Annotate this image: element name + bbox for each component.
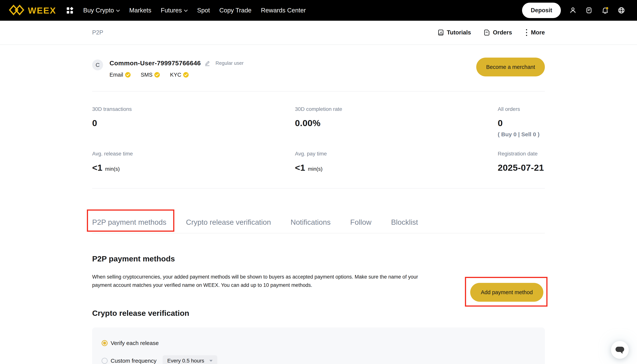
radio-unselected[interactable] (102, 358, 108, 364)
nav-label: Spot (197, 7, 210, 14)
username: Common-User-799975766646 (109, 60, 201, 67)
frequency-value: Every 0.5 hours (167, 358, 204, 364)
weex-logo[interactable]: WEEX (8, 4, 56, 16)
verification-badges: Email SMS KYC (109, 72, 244, 78)
verification-label: Email (109, 72, 123, 78)
verification-label: SMS (141, 72, 153, 78)
stat-label: Avg. release time (92, 151, 295, 157)
support-chat-button[interactable] (611, 341, 629, 359)
payment-methods-title: P2P payment methods (92, 254, 545, 263)
tab-p2p-payment-methods[interactable]: P2P payment methods (92, 218, 166, 226)
breadcrumb: P2P (92, 29, 103, 36)
payment-methods-description: When selling cryptocurrencies, your adde… (92, 273, 430, 289)
account-icon[interactable] (569, 6, 577, 14)
chevron-down-icon (116, 10, 120, 12)
stat-unit: min(s) (308, 166, 323, 172)
nav-label: Markets (129, 7, 151, 14)
user-role-badge: Regular user (216, 60, 244, 66)
stat-30d-transactions: 30D transactions 0 (92, 106, 295, 138)
option-custom-frequency[interactable]: Custom frequency Every 0.5 hours (102, 355, 545, 364)
release-verification-panel: Verify each release Custom frequency Eve… (92, 328, 545, 364)
more-dots-icon (525, 29, 528, 36)
chat-bubble-icon (615, 345, 625, 354)
edit-nickname-icon[interactable] (204, 60, 210, 66)
radio-selected[interactable] (102, 340, 108, 346)
stat-value: 0 (92, 118, 97, 128)
verified-check-icon (125, 72, 131, 78)
radio-label: Custom frequency (111, 358, 156, 364)
verification-kyc: KYC (170, 72, 189, 78)
stat-all-orders: All orders 0 ( Buy 0 | Sell 0 ) (498, 106, 545, 138)
page-toolbar: P2P Tutorials Orders More (0, 21, 637, 45)
stat-unit: min(s) (105, 166, 120, 172)
stat-value: 2025-07-21 (498, 162, 544, 173)
more-label: More (531, 29, 545, 36)
orders-button[interactable]: Orders (484, 29, 512, 36)
stat-label: All orders (498, 106, 545, 112)
brand-name: WEEX (28, 5, 56, 16)
weex-logo-icon (8, 4, 25, 16)
stat-30d-completion-rate: 30D completion rate 0.00% (295, 106, 498, 138)
more-button[interactable]: More (525, 29, 545, 36)
chevron-down-icon (184, 10, 188, 12)
profile-info: Common-User-799975766646 Regular user Em… (109, 60, 244, 78)
nav-item-copy-trade[interactable]: Copy Trade (219, 7, 252, 14)
avatar: C (92, 60, 103, 70)
stat-avg-release-time: Avg. release time <1 min(s) (92, 151, 295, 173)
stat-value: 0 (498, 118, 503, 128)
nav-label: Copy Trade (219, 7, 252, 14)
stat-avg-pay-time: Avg. pay time <1 min(s) (295, 151, 498, 173)
stat-value: 0.00% (295, 118, 321, 128)
verification-label: KYC (170, 72, 181, 78)
nav-label: Buy Crypto (83, 7, 114, 14)
release-verification-title: Crypto release verification (92, 309, 545, 318)
verified-check-icon (183, 72, 189, 78)
primary-nav: Buy Crypto Markets Futures Spot Copy Tra… (83, 7, 306, 14)
nav-item-futures[interactable]: Futures (161, 7, 188, 14)
tab-follow[interactable]: Follow (350, 218, 371, 226)
frequency-dropdown[interactable]: Every 0.5 hours (163, 355, 217, 364)
tutorials-button[interactable]: Tutorials (438, 29, 471, 36)
nav-label: Rewards Center (261, 7, 306, 14)
tab-notifications[interactable]: Notifications (291, 218, 331, 226)
notifications-bell-icon[interactable] (601, 6, 609, 14)
tutorials-label: Tutorials (447, 29, 471, 36)
nav-item-spot[interactable]: Spot (197, 7, 210, 14)
dropdown-caret-icon (209, 360, 213, 362)
orders-label: Orders (493, 29, 512, 36)
stat-value: <1 (295, 162, 305, 173)
nav-label: Futures (161, 7, 182, 14)
apps-grid-icon[interactable] (66, 7, 73, 14)
nav-item-markets[interactable]: Markets (129, 7, 151, 14)
stat-buy-sell-breakdown: ( Buy 0 | Sell 0 ) (498, 131, 545, 138)
stat-registration-date: Registration date 2025-07-21 (498, 151, 545, 173)
payment-methods-section: P2P payment methods When selling cryptoc… (92, 254, 545, 289)
stat-label: 30D transactions (92, 106, 295, 112)
stat-label: Avg. pay time (295, 151, 498, 157)
nav-item-rewards-center[interactable]: Rewards Center (261, 7, 306, 14)
language-globe-icon[interactable] (617, 6, 625, 14)
divider (92, 91, 545, 92)
tab-crypto-release-verification[interactable]: Crypto release verification (186, 218, 271, 226)
become-merchant-button[interactable]: Become a merchant (476, 58, 545, 76)
deposit-button[interactable]: Deposit (522, 3, 561, 18)
verified-check-icon (154, 72, 160, 78)
nav-right-group: Deposit (522, 3, 625, 18)
verification-email: Email (109, 72, 131, 78)
messages-icon[interactable] (585, 6, 593, 14)
option-verify-each-release[interactable]: Verify each release (102, 340, 545, 346)
tab-blocklist[interactable]: Blocklist (391, 218, 418, 226)
verification-sms: SMS (141, 72, 160, 78)
radio-label: Verify each release (111, 340, 159, 346)
add-payment-method-button[interactable]: Add payment method (470, 283, 543, 302)
top-navbar: WEEX Buy Crypto Markets Futures Spot Cop… (0, 0, 637, 21)
orders-doc-icon (484, 29, 490, 36)
tutorials-book-icon (438, 29, 444, 36)
profile-tabs: P2P payment methods Crypto release verif… (92, 188, 545, 234)
nav-item-buy-crypto[interactable]: Buy Crypto (83, 7, 120, 14)
stat-value: <1 (92, 162, 103, 173)
profile-row: C Common-User-799975766646 Regular user … (92, 60, 545, 78)
main-content: C Common-User-799975766646 Regular user … (0, 60, 637, 364)
stats-grid: 30D transactions 0 30D completion rate 0… (92, 106, 545, 173)
stat-label: 30D completion rate (295, 106, 498, 112)
